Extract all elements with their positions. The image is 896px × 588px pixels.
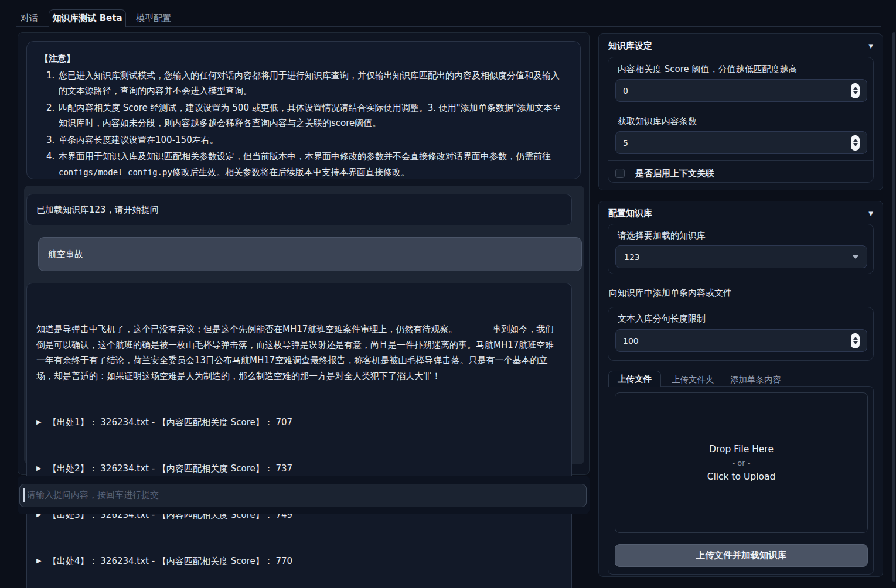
dropdown-caret-icon (853, 255, 858, 259)
tab-dialog[interactable]: 对话 (21, 13, 38, 24)
notice-item: 本界面用于知识入库及知识匹配相关参数设定，但当前版本中，本界面中修改的参数并不会… (57, 149, 567, 180)
kb-select-dropdown[interactable]: 123 (615, 245, 867, 268)
notice-item-text: 修改后生效。相关参数将在后续版本中支持本界面直接修改。 (172, 167, 410, 177)
user-message: 航空事故 (38, 237, 582, 271)
kb-settings-title: 知识库设定 (608, 40, 652, 52)
notice-markdown: 【注意】 您已进入知识库测试模式，您输入的任何对话内容都将用于进行知识库查询，并… (26, 41, 581, 179)
tab-upload-folder[interactable]: 上传文件夹 (672, 374, 714, 385)
kb-select-value: 123 (624, 252, 640, 262)
tab-add-single-content[interactable]: 添加单条内容 (730, 374, 781, 385)
kb-settings-group: 内容相关度 Score 阈值，分值越低匹配度越高 0 获取知识库内容条数 5 是… (608, 57, 874, 183)
notice-list: 您已进入知识库测试模式，您输入的任何对话内容都将用于进行知识库查询，并仅输出知识… (40, 68, 567, 180)
tab-knowledge-base-test[interactable]: 知识库测试 Beta (49, 9, 126, 27)
dropzone-drop-text: Drop File Here (709, 444, 774, 454)
chatbot-area: 已加载知识库123，请开始提问 航空事故 知道是导弹击中飞机了，这个已没有异议；… (24, 186, 584, 464)
top-k-label: 获取知识库内容条数 (618, 116, 697, 127)
score-threshold-input[interactable]: 0 (615, 79, 867, 102)
bot-message-answer: 知道是导弹击中飞机了，这个已没有异议；但是这个先例能否在MH17航班空难案件审理… (26, 283, 572, 588)
triangle-collapsed-icon[interactable]: ▶ (36, 461, 48, 477)
kb-select-label: 请选择要加载的知识库 (618, 230, 706, 241)
chevron-down-icon: ▼ (868, 43, 873, 49)
dropzone-click-text: Click to Upload (707, 471, 776, 482)
tab-model-config[interactable]: 模型配置 (136, 13, 171, 24)
number-stepper-icon[interactable] (851, 333, 860, 348)
score-threshold-value: 0 (623, 86, 851, 95)
sentence-size-label: 文本入库分句长度限制 (618, 313, 706, 324)
app-window: 对话 知识库测试 Beta 模型配置 【注意】 您已进入知识库测试模式，您输入的… (0, 0, 896, 588)
page-scrollbar[interactable] (892, 32, 895, 582)
sentence-size-input[interactable]: 100 (615, 329, 867, 352)
source-label: 【出处1】： 326234.txt - 【内容匹配相关度 Score】： 707 (48, 415, 292, 430)
kb-config-accordion: 配置知识库 ▼ 请选择要加载的知识库 123 向知识库中添加单条内容或文件 文本… (598, 201, 883, 577)
add-content-label: 向知识库中添加单条内容或文件 (609, 288, 732, 299)
chevron-down-icon: ▼ (868, 210, 873, 217)
source-details-2[interactable]: ▶【出处2】： 326234.txt - 【内容匹配相关度 Score】： 73… (36, 461, 562, 476)
chat-input[interactable] (19, 484, 587, 507)
notice-item: 单条内容长度建议设置在100-150左右。 (57, 132, 567, 148)
text-cursor (23, 488, 25, 502)
number-stepper-icon[interactable] (851, 135, 860, 151)
notice-item-text: 本界面用于知识入库及知识匹配相关参数设定，但当前版本中，本界面中修改的参数并不会… (59, 151, 551, 162)
number-stepper-icon[interactable] (851, 83, 860, 98)
chat-panel: 【注意】 您已进入知识库测试模式，您输入的任何对话内容都将用于进行知识库查询，并… (18, 32, 590, 475)
source-label: 【出处2】： 326234.txt - 【内容匹配相关度 Score】： 737 (48, 461, 292, 477)
dropzone-or-text: - or - (733, 459, 751, 467)
upload-tab-panel: Drop File Here - or - Click to Upload 上传… (608, 386, 874, 575)
notice-item: 匹配内容相关度 Score 经测试，建议设置为 500 或更低，具体设置情况请结… (57, 100, 567, 131)
bot-answer-text: 知道是导弹击中飞机了，这个已没有异议；但是这个先例能否在MH17航班空难案件审理… (36, 322, 562, 384)
notice-title: 【注意】 (40, 51, 567, 67)
file-dropzone[interactable]: Drop File Here - or - Click to Upload (615, 392, 868, 533)
sentence-size-group: 文本入库分句长度限制 100 (608, 307, 874, 361)
tab-upload-file[interactable]: 上传文件 (608, 371, 661, 387)
kb-config-accordion-header[interactable]: 配置知识库 ▼ (599, 201, 883, 225)
triangle-collapsed-icon[interactable]: ▶ (36, 553, 48, 569)
kb-settings-accordion: 知识库设定 ▼ 内容相关度 Score 阈值，分值越低匹配度越高 0 获取知识库… (598, 33, 883, 190)
top-k-value: 5 (623, 138, 851, 148)
source-details-1[interactable]: ▶【出处1】： 326234.txt - 【内容匹配相关度 Score】： 70… (36, 415, 562, 430)
triangle-collapsed-icon[interactable]: ▶ (36, 415, 48, 430)
tab-nav-divider (16, 26, 881, 27)
bot-message-intro: 已加载知识库123，请开始提问 (26, 194, 572, 225)
context-toggle-checkbox[interactable] (615, 169, 625, 178)
kb-select-group: 请选择要加载的知识库 123 (608, 224, 874, 274)
group-divider (608, 160, 873, 161)
upload-and-load-kb-button[interactable]: 上传文件并加载知识库 (615, 544, 868, 567)
notice-item: 您已进入知识库测试模式，您输入的任何对话内容都将用于进行知识库查询，并仅输出知识… (57, 68, 567, 99)
source-details-4[interactable]: ▶【出处4】： 326234.txt - 【内容匹配相关度 Score】： 77… (36, 553, 562, 569)
context-toggle-label[interactable]: 是否启用上下文关联 (635, 168, 714, 179)
kb-config-title: 配置知识库 (608, 208, 652, 219)
source-label: 【出处4】： 326234.txt - 【内容匹配相关度 Score】： 770 (48, 553, 292, 569)
sentence-size-value: 100 (623, 336, 851, 346)
top-k-input[interactable]: 5 (615, 131, 867, 154)
kb-settings-accordion-header[interactable]: 知识库设定 ▼ (599, 34, 883, 57)
notice-item-code-path: configs/model_config.py (59, 167, 172, 177)
score-threshold-label: 内容相关度 Score 阈值，分值越低匹配度越高 (618, 64, 798, 75)
